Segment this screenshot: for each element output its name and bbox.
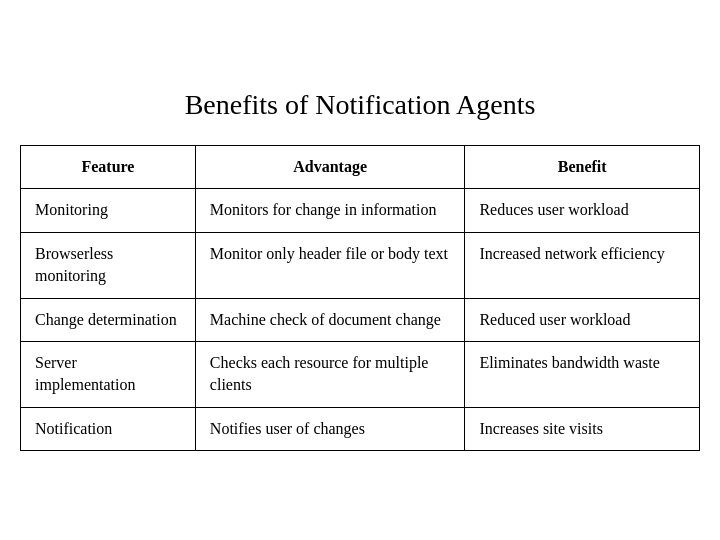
benefits-table: Feature Advantage Benefit MonitoringMoni… xyxy=(20,145,700,451)
cell-feature-1: Browserless monitoring xyxy=(21,232,196,298)
cell-benefit-0: Reduces user workload xyxy=(465,189,700,232)
cell-feature-4: Notification xyxy=(21,407,196,450)
cell-benefit-3: Eliminates bandwidth waste xyxy=(465,341,700,407)
header-feature: Feature xyxy=(21,145,196,188)
cell-advantage-4: Notifies user of changes xyxy=(195,407,465,450)
table-row: Browserless monitoringMonitor only heade… xyxy=(21,232,700,298)
cell-benefit-1: Increased network efficiency xyxy=(465,232,700,298)
cell-advantage-0: Monitors for change in information xyxy=(195,189,465,232)
table-row: Server implementationChecks each resourc… xyxy=(21,341,700,407)
table-row: Change determinationMachine check of doc… xyxy=(21,298,700,341)
header-advantage: Advantage xyxy=(195,145,465,188)
cell-advantage-2: Machine check of document change xyxy=(195,298,465,341)
cell-benefit-2: Reduced user workload xyxy=(465,298,700,341)
cell-feature-3: Server implementation xyxy=(21,341,196,407)
cell-benefit-4: Increases site visits xyxy=(465,407,700,450)
page-title: Benefits of Notification Agents xyxy=(185,89,536,121)
cell-advantage-3: Checks each resource for multiple client… xyxy=(195,341,465,407)
table-header-row: Feature Advantage Benefit xyxy=(21,145,700,188)
cell-feature-2: Change determination xyxy=(21,298,196,341)
cell-advantage-1: Monitor only header file or body text xyxy=(195,232,465,298)
table-row: MonitoringMonitors for change in informa… xyxy=(21,189,700,232)
table-row: NotificationNotifies user of changesIncr… xyxy=(21,407,700,450)
cell-feature-0: Monitoring xyxy=(21,189,196,232)
header-benefit: Benefit xyxy=(465,145,700,188)
